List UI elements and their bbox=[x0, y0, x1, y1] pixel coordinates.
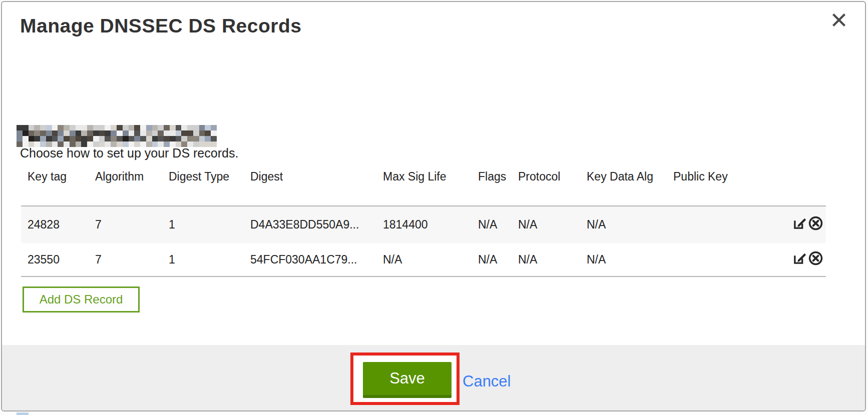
instruction-text: Choose how to set up your DS records. bbox=[20, 146, 238, 160]
header-public-key: Public Key bbox=[673, 165, 784, 184]
cell-key-tag: 23550 bbox=[28, 253, 95, 266]
cell-digest-type: 1 bbox=[169, 253, 250, 266]
header-algorithm: Algorithm bbox=[95, 165, 169, 184]
cell-key-tag: 24828 bbox=[28, 218, 95, 232]
header-max-sig-life: Max Sig Life bbox=[383, 165, 478, 184]
save-button[interactable]: Save bbox=[363, 362, 452, 398]
header-protocol: Protocol bbox=[518, 165, 587, 184]
manage-dnssec-modal: Manage DNSSEC DS Records Choose how to s… bbox=[1, 1, 866, 412]
table-row: 24828 7 1 D4A33E8DD550A9... 1814400 N/A … bbox=[21, 206, 826, 243]
ds-records-table: Key tag Algorithm Digest Type Digest Max… bbox=[21, 165, 826, 277]
cell-max-sig-life: 1814400 bbox=[383, 218, 478, 232]
cell-digest-type: 1 bbox=[169, 218, 250, 232]
redacted-domain-name bbox=[17, 125, 217, 147]
cell-algorithm: 7 bbox=[95, 253, 169, 266]
close-button[interactable] bbox=[830, 12, 848, 30]
header-key-tag: Key tag bbox=[28, 165, 95, 184]
edit-icon bbox=[792, 216, 807, 234]
edit-record-button[interactable] bbox=[791, 252, 808, 268]
delete-icon bbox=[808, 250, 823, 269]
cell-flags: N/A bbox=[478, 218, 518, 232]
page-title: Manage DNSSEC DS Records bbox=[20, 15, 301, 37]
edit-icon bbox=[792, 250, 807, 269]
header-key-data-alg: Key Data Alg bbox=[587, 165, 673, 184]
delete-icon bbox=[808, 216, 823, 234]
header-digest-type: Digest Type bbox=[169, 165, 250, 184]
cell-key-data-alg: N/A bbox=[587, 253, 673, 266]
header-flags: Flags bbox=[478, 165, 518, 184]
cell-protocol: N/A bbox=[518, 218, 587, 232]
background-page-fragment bbox=[17, 412, 29, 415]
add-ds-record-button[interactable]: Add DS Record bbox=[23, 286, 140, 312]
table-row: 23550 7 1 54FCF030AA1C79... N/A N/A N/A … bbox=[21, 243, 826, 277]
header-digest: Digest bbox=[250, 165, 383, 184]
cell-digest: D4A33E8DD550A9... bbox=[250, 218, 383, 232]
close-icon bbox=[831, 12, 846, 30]
cell-digest: 54FCF030AA1C79... bbox=[250, 253, 383, 266]
cell-max-sig-life: N/A bbox=[383, 253, 478, 266]
delete-record-button[interactable] bbox=[807, 252, 824, 268]
delete-record-button[interactable] bbox=[807, 216, 824, 233]
screen: Manage DNSSEC DS Records Choose how to s… bbox=[0, 0, 868, 415]
cancel-link[interactable]: Cancel bbox=[463, 372, 511, 390]
cell-key-data-alg: N/A bbox=[587, 218, 673, 232]
edit-record-button[interactable] bbox=[791, 216, 808, 233]
table-header-row: Key tag Algorithm Digest Type Digest Max… bbox=[21, 165, 826, 206]
cell-algorithm: 7 bbox=[95, 218, 169, 232]
cell-protocol: N/A bbox=[518, 253, 587, 266]
cell-flags: N/A bbox=[478, 253, 518, 266]
